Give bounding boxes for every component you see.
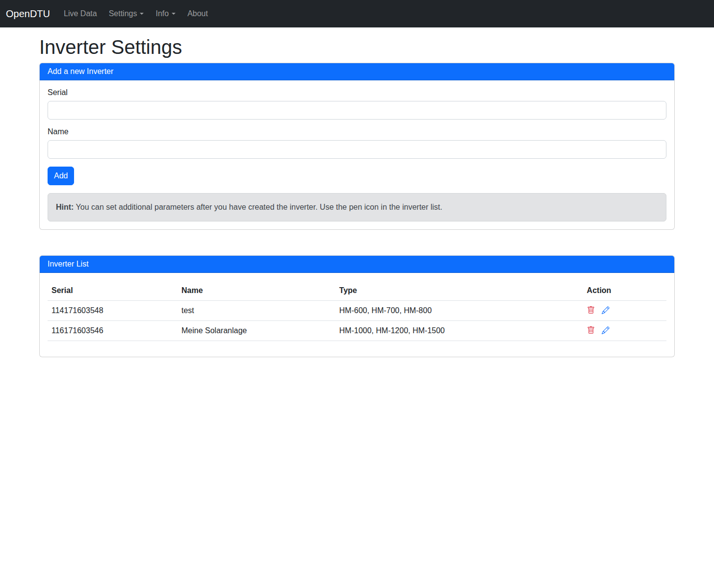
cell-type: HM-1000, HM-1200, HM-1500: [335, 321, 583, 341]
trash-icon: [587, 306, 595, 315]
nav-item-live-data-label: Live Data: [64, 9, 97, 18]
navbar-inner: OpenDTU Live Data Settings Info: [0, 0, 714, 27]
chevron-down-icon: [172, 13, 176, 15]
column-header-action: Action: [583, 281, 666, 301]
table-row: 114171603548 test HM-600, HM-700, HM-800: [48, 301, 666, 321]
add-inverter-card-body: Serial Name Add Hint: You can set additi…: [40, 80, 674, 229]
main-content: Inverter Settings Add a new Inverter Ser…: [33, 35, 681, 357]
cell-actions: [583, 321, 666, 341]
nav-item-settings[interactable]: Settings: [105, 5, 148, 22]
chevron-down-icon: [140, 13, 144, 15]
serial-label: Serial: [48, 88, 68, 97]
serial-input[interactable]: [48, 101, 666, 120]
inverter-table: Serial Name Type Action 114171603548 tes…: [48, 281, 666, 341]
nav-item-settings-label: Settings: [109, 9, 137, 18]
pencil-icon: [602, 326, 610, 335]
nav-item-live-data[interactable]: Live Data: [60, 5, 101, 22]
add-inverter-card-header: Add a new Inverter: [40, 63, 674, 80]
name-label: Name: [48, 127, 69, 136]
name-input[interactable]: [48, 140, 666, 159]
hint-alert-text: You can set additional parameters after …: [74, 203, 442, 211]
table-header-row: Serial Name Type Action: [48, 281, 666, 301]
cell-serial: 116171603546: [48, 321, 178, 341]
cell-name: test: [178, 301, 335, 321]
navbar: OpenDTU Live Data Settings Info: [0, 0, 714, 27]
column-header-serial: Serial: [48, 281, 178, 301]
nav-item-info-label: Info: [155, 9, 169, 18]
hint-alert: Hint: You can set additional parameters …: [48, 193, 666, 221]
cell-type: HM-600, HM-700, HM-800: [335, 301, 583, 321]
page-title: Inverter Settings: [39, 35, 675, 59]
nav-item-about[interactable]: About: [183, 5, 212, 22]
navbar-menu: Live Data Settings Info About: [58, 5, 214, 22]
column-header-type: Type: [335, 281, 583, 301]
cell-serial: 114171603548: [48, 301, 178, 321]
edit-inverter-button[interactable]: [602, 326, 610, 335]
inverter-list-card-body: Serial Name Type Action 114171603548 tes…: [40, 273, 674, 357]
edit-inverter-button[interactable]: [602, 306, 610, 315]
cell-actions: [583, 301, 666, 321]
add-button[interactable]: Add: [48, 167, 74, 185]
delete-inverter-button[interactable]: [587, 306, 595, 315]
table-row: 116171603546 Meine Solaranlage HM-1000, …: [48, 321, 666, 341]
cell-name: Meine Solaranlage: [178, 321, 335, 341]
navbar-brand[interactable]: OpenDTU: [6, 6, 50, 22]
add-inverter-card: Add a new Inverter Serial Name Add Hint:…: [39, 63, 675, 230]
column-header-name: Name: [178, 281, 335, 301]
nav-item-about-label: About: [187, 9, 208, 18]
delete-inverter-button[interactable]: [587, 326, 595, 335]
pencil-icon: [602, 306, 610, 315]
hint-alert-bold: Hint:: [56, 203, 74, 211]
inverter-list-card-header: Inverter List: [40, 256, 674, 273]
nav-item-info[interactable]: Info: [152, 5, 179, 22]
inverter-list-card: Inverter List Serial Name Type Action 11…: [39, 255, 675, 357]
trash-icon: [587, 326, 595, 335]
